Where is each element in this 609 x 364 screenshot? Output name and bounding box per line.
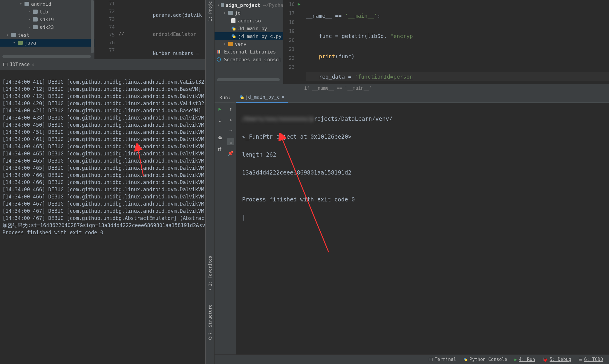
tree-item-scratches[interactable]: Scratches and Consol: [224, 57, 282, 62]
side-tab-favorites[interactable]: ★ 2: Favorites: [208, 256, 212, 293]
run-output[interactable]: /Users/xxx/xxxxxxxx/projects/DataLearn/v…: [236, 103, 609, 354]
svg-rect-0: [4, 63, 7, 66]
todo-icon: ☰: [579, 357, 582, 362]
svg-rect-8: [219, 50, 220, 53]
run-tools-primary: ▶ ↓ 🖶 🗑: [215, 103, 225, 354]
svg-point-9: [217, 58, 221, 61]
tab-jdtrace[interactable]: JDTrace ×: [0, 62, 37, 67]
down-icon[interactable]: ↓: [217, 117, 223, 123]
tree-item-lib[interactable]: lib: [39, 9, 48, 15]
status-bar: Terminal Python Console ▶4: Run 🐞5: Debu…: [215, 354, 609, 364]
pin-icon[interactable]: 📌: [228, 150, 234, 156]
python-icon: [231, 26, 235, 30]
svg-rect-7: [218, 50, 219, 53]
scratches-icon: [216, 57, 221, 62]
print-icon[interactable]: 🖶: [217, 134, 223, 140]
status-debug[interactable]: 🐞5: Debug: [542, 357, 571, 362]
tree-item-jdmainbyc[interactable]: jd_main_by_c.py: [238, 33, 282, 39]
tree-item-venv[interactable]: venv: [235, 41, 247, 47]
bug-icon: 🐞: [542, 357, 548, 362]
file-icon: [231, 18, 235, 23]
close-icon[interactable]: ×: [281, 94, 284, 100]
tree-item-adder[interactable]: adder.so: [238, 18, 261, 24]
project-root[interactable]: sign_project: [226, 2, 260, 8]
scroll-end-icon[interactable]: ⤓: [227, 138, 234, 145]
vertical-scrollbar[interactable]: [91, 0, 94, 53]
terminal-icon: [429, 357, 433, 362]
up-icon[interactable]: ↑: [228, 106, 234, 112]
wrap-icon[interactable]: ⇥: [228, 127, 234, 133]
run-tab[interactable]: jd_main_by_c ×: [236, 92, 288, 103]
code-content-right[interactable]: __name__ == '__main__': func = getattr(l…: [306, 0, 609, 84]
python-icon: [463, 357, 468, 362]
tree-item-jd[interactable]: jd: [235, 10, 241, 16]
svg-rect-13: [429, 358, 433, 361]
python-icon: [239, 95, 244, 99]
horizontal-scrollbar[interactable]: [217, 78, 280, 81]
side-tab-structure[interactable]: ⌬ 7: Structure: [208, 305, 212, 340]
code-content[interactable]: params.add(dalvik // androidEmulator Num…: [118, 0, 205, 59]
close-icon[interactable]: ×: [31, 62, 34, 67]
run-label: Run:: [215, 95, 236, 100]
run-gutter-icon[interactable]: ▶: [298, 1, 301, 7]
side-tab-project[interactable]: 1: Proje: [208, 1, 212, 21]
editor-gutter: 1617181920212223: [283, 0, 298, 84]
status-python-console[interactable]: Python Console: [463, 357, 507, 362]
tree-item-sdk19[interactable]: sdk19: [39, 17, 54, 22]
tree-item-test[interactable]: test: [18, 32, 30, 38]
trash-icon[interactable]: 🗑: [217, 146, 223, 152]
tree-item-java[interactable]: java: [25, 40, 36, 46]
breadcrumb[interactable]: if __name__ == '__main__': [215, 84, 609, 92]
code-editor-right[interactable]: 1617181920212223 ▶ __name__ == '__main__…: [283, 0, 609, 84]
tree-item-sdk23[interactable]: sdk23: [39, 25, 54, 30]
play-icon: ▶: [514, 357, 517, 362]
project-tree-left[interactable]: ▾android ›lib ›sdk19 ›sdk23 ▾test ▾java: [0, 0, 94, 59]
libraries-icon: [216, 49, 221, 54]
svg-rect-6: [217, 50, 218, 53]
tree-item-extlib[interactable]: External Libraries: [224, 49, 276, 55]
svg-point-15: [465, 359, 467, 361]
status-todo[interactable]: ☰6: TODO: [579, 357, 603, 362]
tree-item-jdmain[interactable]: Jd_main.py: [238, 26, 267, 31]
rerun-icon[interactable]: ▶: [217, 106, 223, 112]
status-terminal[interactable]: Terminal: [429, 357, 456, 362]
console-tab-bar: JDTrace ×: [0, 59, 205, 70]
console-icon: [3, 62, 8, 67]
editor-gutter: 71727374757677: [94, 0, 118, 59]
python-icon: [231, 34, 235, 38]
code-editor-left[interactable]: 71727374757677 params.add(dalvik // andr…: [94, 0, 205, 59]
horizontal-scrollbar[interactable]: [2, 55, 91, 58]
side-tool-tabs: 1: Proje ★ 2: Favorites ⌬ 7: Structure: [206, 0, 215, 364]
project-tree-right[interactable]: ▾sign_project ~/Pycha ▾jd adder.so Jd_ma…: [215, 0, 283, 84]
console-output[interactable]: [14:34:00 411] DEBUG [com.github.unidbg.…: [0, 70, 205, 364]
down2-icon[interactable]: ↓: [228, 117, 234, 123]
status-run[interactable]: ▶4: Run: [514, 357, 535, 362]
tree-item-android[interactable]: android: [31, 1, 51, 7]
run-tools-secondary: ↑ ↓ ⇥ ⤓ 📌: [225, 103, 236, 354]
